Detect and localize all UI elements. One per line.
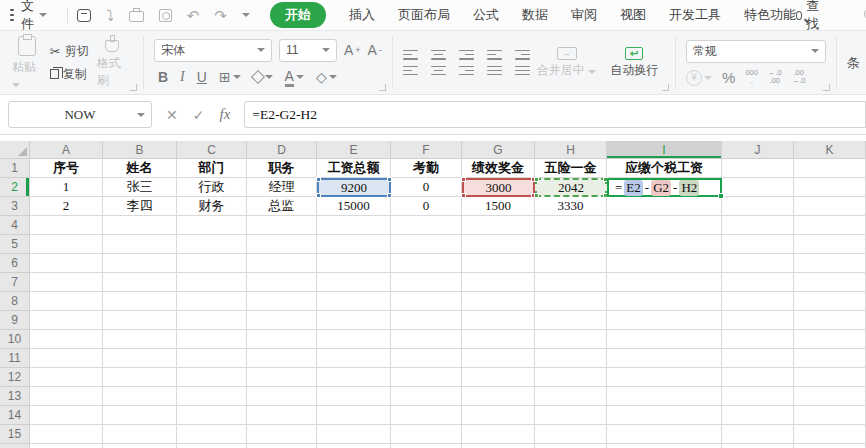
row-header-1[interactable]: 1: [0, 159, 30, 178]
find-button[interactable]: 查找: [796, 0, 822, 33]
cell-H14[interactable]: [535, 406, 607, 425]
cell-G12[interactable]: [462, 368, 535, 387]
insert-function-icon[interactable]: fx: [219, 106, 230, 123]
cell-I7[interactable]: [607, 273, 722, 292]
cell-J4[interactable]: [722, 216, 794, 235]
row-header-11[interactable]: 11: [0, 349, 30, 368]
cell-E4[interactable]: [317, 216, 391, 235]
cell-G5[interactable]: [462, 235, 535, 254]
italic-button[interactable]: I: [180, 69, 185, 85]
row-header-12[interactable]: 12: [0, 368, 30, 387]
cell-C16[interactable]: [177, 444, 247, 448]
cell-H3[interactable]: 3330: [535, 197, 607, 216]
justify-icon[interactable]: [487, 66, 502, 76]
font-size-select[interactable]: 11: [279, 39, 337, 62]
cell-C4[interactable]: [177, 216, 247, 235]
cell-B13[interactable]: [103, 387, 177, 406]
cell-D6[interactable]: [247, 254, 317, 273]
redo-icon[interactable]: ↷: [214, 8, 227, 23]
tab-special-features[interactable]: 特色功能: [744, 6, 796, 24]
cell-B3[interactable]: 李四: [103, 197, 177, 216]
font-color-button[interactable]: A: [285, 68, 304, 87]
cell-A13[interactable]: [30, 387, 103, 406]
formula-input[interactable]: =E2-G2-H2: [244, 101, 866, 128]
cell-D16[interactable]: [247, 444, 317, 448]
cell-I5[interactable]: [607, 235, 722, 254]
cell-B10[interactable]: [103, 330, 177, 349]
tab-developer[interactable]: 开发工具: [669, 6, 721, 24]
cell-G15[interactable]: [462, 425, 535, 444]
cell-I11[interactable]: [607, 349, 722, 368]
export-icon[interactable]: ⤵: [106, 8, 114, 23]
cell-K5[interactable]: [794, 235, 866, 254]
comma-format-button[interactable]: 000,: [745, 69, 758, 86]
percent-format-button[interactable]: %: [722, 69, 735, 86]
cell-D5[interactable]: [247, 235, 317, 254]
wrap-text-button[interactable]: ↩ 自动换行: [603, 47, 665, 79]
cell-D7[interactable]: [247, 273, 317, 292]
cell-K10[interactable]: [794, 330, 866, 349]
cell-J9[interactable]: [722, 311, 794, 330]
cell-K11[interactable]: [794, 349, 866, 368]
cell-A3[interactable]: 2: [30, 197, 103, 216]
cell-B11[interactable]: [103, 349, 177, 368]
cell-B6[interactable]: [103, 254, 177, 273]
tab-view[interactable]: 视图: [620, 6, 646, 24]
row-header-10[interactable]: 10: [0, 330, 30, 349]
cell-H9[interactable]: [535, 311, 607, 330]
cell-A15[interactable]: [30, 425, 103, 444]
cell-K13[interactable]: [794, 387, 866, 406]
cell-E10[interactable]: [317, 330, 391, 349]
cell-I10[interactable]: [607, 330, 722, 349]
cell-C2[interactable]: 行政: [177, 178, 247, 197]
cell-E11[interactable]: [317, 349, 391, 368]
cell-H8[interactable]: [535, 292, 607, 311]
cut-button[interactable]: ✂ 剪切: [50, 43, 89, 60]
cell-J5[interactable]: [722, 235, 794, 254]
cell-A6[interactable]: [30, 254, 103, 273]
cell-A12[interactable]: [30, 368, 103, 387]
align-center-icon[interactable]: [431, 66, 446, 76]
cell-E3[interactable]: 15000: [317, 197, 391, 216]
row-header-8[interactable]: 8: [0, 292, 30, 311]
cell-J11[interactable]: [722, 349, 794, 368]
cell-K2[interactable]: [794, 178, 866, 197]
cell-K7[interactable]: [794, 273, 866, 292]
cell-G16[interactable]: [462, 444, 535, 448]
cell-E8[interactable]: [317, 292, 391, 311]
cell-H11[interactable]: [535, 349, 607, 368]
cell-D3[interactable]: 总监: [247, 197, 317, 216]
cell-J3[interactable]: [722, 197, 794, 216]
cell-I15[interactable]: [607, 425, 722, 444]
cell-H15[interactable]: [535, 425, 607, 444]
cell-F14[interactable]: [391, 406, 462, 425]
cell-A5[interactable]: [30, 235, 103, 254]
cell-F8[interactable]: [391, 292, 462, 311]
cell-C9[interactable]: [177, 311, 247, 330]
selection-handle[interactable]: [316, 177, 321, 182]
enter-icon[interactable]: ✓: [193, 107, 205, 123]
cell-I2[interactable]: =E2-G2-H2: [607, 178, 722, 197]
cell-A14[interactable]: [30, 406, 103, 425]
cell-C12[interactable]: [177, 368, 247, 387]
cell-J14[interactable]: [722, 406, 794, 425]
cell-K12[interactable]: [794, 368, 866, 387]
row-header-3[interactable]: 3: [0, 197, 30, 216]
cell-J2[interactable]: [722, 178, 794, 197]
cell-C14[interactable]: [177, 406, 247, 425]
cell-A16[interactable]: [30, 444, 103, 448]
cell-H2[interactable]: 2042: [535, 178, 607, 197]
cell-A8[interactable]: [30, 292, 103, 311]
cell-A4[interactable]: [30, 216, 103, 235]
cell-G11[interactable]: [462, 349, 535, 368]
cell-H13[interactable]: [535, 387, 607, 406]
cell-H4[interactable]: [535, 216, 607, 235]
cell-C13[interactable]: [177, 387, 247, 406]
cell-I13[interactable]: [607, 387, 722, 406]
increase-indent-icon[interactable]: [515, 50, 530, 60]
cell-E2[interactable]: 9200: [317, 178, 391, 197]
fill-handle[interactable]: [718, 193, 724, 199]
cell-G4[interactable]: [462, 216, 535, 235]
number-format-select[interactable]: 常规: [686, 40, 826, 63]
cell-C15[interactable]: [177, 425, 247, 444]
